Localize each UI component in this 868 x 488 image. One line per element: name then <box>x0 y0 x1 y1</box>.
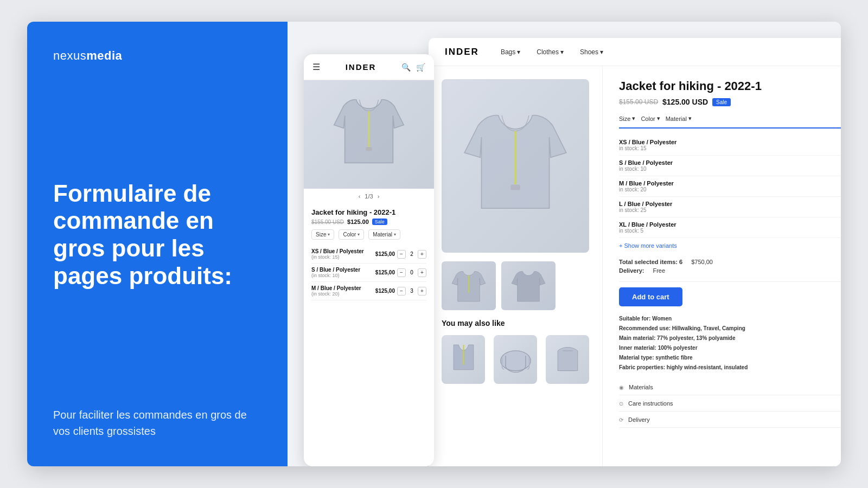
desktop-filter-color[interactable]: Color ▾ <box>641 115 660 122</box>
filter-size-btn[interactable]: Size ▾ <box>311 229 334 240</box>
mobile-product-info: Jacket for hiking - 2022-1 $155.00 USD $… <box>304 204 434 305</box>
desktop-nav: INDER Bags ▾ Clothes ▾ Shoes ▾ 🔍 👤 🛒 <box>429 38 841 66</box>
prev-arrow[interactable]: ‹ <box>359 193 361 200</box>
qty-decrease-btn[interactable]: − <box>397 268 406 277</box>
product-attributes: Suitable for: Women Recommended use: Hil… <box>619 314 841 373</box>
chevron-down-icon: ▾ <box>394 232 396 237</box>
delivery-row: Delivery: Free <box>619 267 841 274</box>
desktop-mockup: INDER Bags ▾ Clothes ▾ Shoes ▾ 🔍 👤 🛒 <box>429 38 841 466</box>
desktop-variant-filters: Size ▾ Color ▾ Material ▾ <box>619 115 841 129</box>
thumbnail-2[interactable] <box>501 261 556 310</box>
hero-title: Formulaire de commande en gros pour les … <box>53 180 261 290</box>
qty-control: − 3 + <box>397 287 426 296</box>
qty-decrease-btn[interactable]: − <box>397 250 406 259</box>
mobile-pagination: ‹ 1/3 › <box>304 189 434 204</box>
table-row: S / Blue / Polyester in stock: 10 $125,0… <box>619 156 841 176</box>
desktop-body: You may also like <box>429 66 841 466</box>
table-row: L / Blue / Polyester in stock: 25 $125,0… <box>619 197 841 217</box>
chevron-down-icon: ▾ <box>560 48 564 56</box>
chevron-down-icon: ▾ <box>328 232 330 237</box>
chevron-down-icon: ▾ <box>517 48 520 56</box>
table-row: M / Blue / Polyester in stock: 20 $125,0… <box>619 176 841 197</box>
left-panel: nexusmedia Formulaire de commande en gro… <box>27 22 288 466</box>
show-more-variants-link[interactable]: + Show more variants <box>619 242 841 249</box>
mobile-filters: Size ▾ Color ▾ Material ▾ <box>311 229 426 240</box>
mobile-logo: INDER <box>346 62 376 72</box>
mobile-variant-table: XS / Blue / Polyester (in stock: 15) $12… <box>311 245 426 300</box>
thumbnail-row <box>442 261 589 310</box>
you-may-like-items <box>442 335 589 384</box>
mobile-header: ☰ INDER 🔍 🛒 <box>304 54 434 80</box>
brand-logo: nexusmedia <box>53 49 261 63</box>
qty-increase-btn[interactable]: + <box>418 287 426 296</box>
list-item: M / Blue / Polyester (in stock: 20) $125… <box>311 282 426 300</box>
desktop-price-row: $155.00 USD $125.00 USD Sale <box>619 98 841 106</box>
chevron-down-icon: ▾ <box>358 232 360 237</box>
desktop-product-title: Jacket for hiking - 2022-1 <box>619 79 841 93</box>
right-content: ☰ INDER 🔍 🛒 ‹ 1/3 <box>288 22 841 466</box>
accordion-delivery[interactable]: ⟳ Delivery ▾ <box>619 412 841 428</box>
totals-section: Total selected items: 6 $750,00 Delivery… <box>619 253 841 282</box>
svg-point-6 <box>500 351 530 371</box>
desktop-filter-material[interactable]: Material ▾ <box>666 115 692 122</box>
desktop-filter-size[interactable]: Size ▾ <box>619 115 635 122</box>
mobile-product-image <box>304 80 434 189</box>
qty-increase-btn[interactable]: + <box>418 250 426 259</box>
cart-icon[interactable]: 🛒 <box>416 63 425 72</box>
add-to-cart-button[interactable]: Add to cart <box>619 287 682 306</box>
you-may-like-section: You may also like <box>442 319 589 384</box>
desktop-price-old: $155.00 USD <box>619 98 658 106</box>
desktop-sale-badge: Sale <box>712 98 731 106</box>
mobile-nav-icons: 🔍 🛒 <box>401 63 425 72</box>
mobile-mockup: ☰ INDER 🔍 🛒 ‹ 1/3 <box>304 54 434 466</box>
like-item-3[interactable] <box>546 335 589 384</box>
chevron-down-icon: ▾ <box>632 115 635 122</box>
like-item-2[interactable] <box>494 335 537 384</box>
list-item: XS / Blue / Polyester (in stock: 15) $12… <box>311 245 426 264</box>
care-icon: ⊙ <box>619 401 623 407</box>
svg-rect-1 <box>366 147 372 151</box>
main-product-image <box>442 79 589 253</box>
filter-color-btn[interactable]: Color ▾ <box>339 229 364 240</box>
main-wrapper: nexusmedia Formulaire de commande en gro… <box>27 22 841 466</box>
accordion-care[interactable]: ⊙ Care instructions ▾ <box>619 395 841 412</box>
hero-subtitle: Pour faciliter les commandes en gros de … <box>53 407 261 439</box>
search-icon[interactable]: 🔍 <box>401 63 411 72</box>
desktop-logo: INDER <box>445 47 479 57</box>
table-row: XL / Blue / Polyester in stock: 5 $125,0… <box>619 217 841 238</box>
product-details-column: Jacket for hiking - 2022-1 $155.00 USD $… <box>602 66 841 466</box>
accordion-list: ◉ Materials ▾ ⊙ Care instructions ▾ ⟳ De… <box>619 379 841 428</box>
mobile-sale-badge: Sale <box>372 219 387 225</box>
desktop-variant-table: XS / Blue / Polyester in stock: 15 $125,… <box>619 135 841 238</box>
next-arrow[interactable]: › <box>378 193 380 200</box>
qty-increase-btn[interactable]: + <box>418 268 426 277</box>
mobile-product-title: Jacket for hiking - 2022-1 <box>311 208 426 216</box>
chevron-down-icon: ▾ <box>600 48 603 56</box>
desktop-price-new: $125.00 USD <box>662 98 708 106</box>
mobile-price-new: $125.00 <box>347 219 369 225</box>
nav-clothes[interactable]: Clothes ▾ <box>537 48 564 56</box>
product-images-column: You may also like <box>429 66 602 466</box>
qty-control: − 0 + <box>397 268 426 277</box>
nav-bags[interactable]: Bags ▾ <box>501 48 520 56</box>
qty-decrease-btn[interactable]: − <box>397 287 406 296</box>
chevron-down-icon: ▾ <box>657 115 660 122</box>
nav-shoes[interactable]: Shoes ▾ <box>580 48 603 56</box>
like-item-1[interactable] <box>442 335 485 384</box>
filter-material-btn[interactable]: Material ▾ <box>368 229 400 240</box>
mobile-price-row: $155.00 USD $125.00 Sale <box>311 219 426 225</box>
materials-icon: ◉ <box>619 384 624 390</box>
table-row: XS / Blue / Polyester in stock: 15 $125,… <box>619 135 841 156</box>
chevron-down-icon: ▾ <box>688 115 692 122</box>
mobile-price-old: $155.00 USD <box>311 219 344 225</box>
svg-rect-3 <box>510 184 520 190</box>
hamburger-icon[interactable]: ☰ <box>312 62 320 72</box>
qty-control: − 2 + <box>397 250 426 259</box>
list-item: S / Blue / Polyester (in stock: 10) $125… <box>311 264 426 282</box>
total-row: Total selected items: 6 $750,00 <box>619 259 841 265</box>
delivery-icon: ⟳ <box>619 417 623 423</box>
you-may-like-title: You may also like <box>442 319 589 328</box>
thumbnail-1[interactable] <box>442 261 496 310</box>
accordion-materials[interactable]: ◉ Materials ▾ <box>619 379 841 395</box>
